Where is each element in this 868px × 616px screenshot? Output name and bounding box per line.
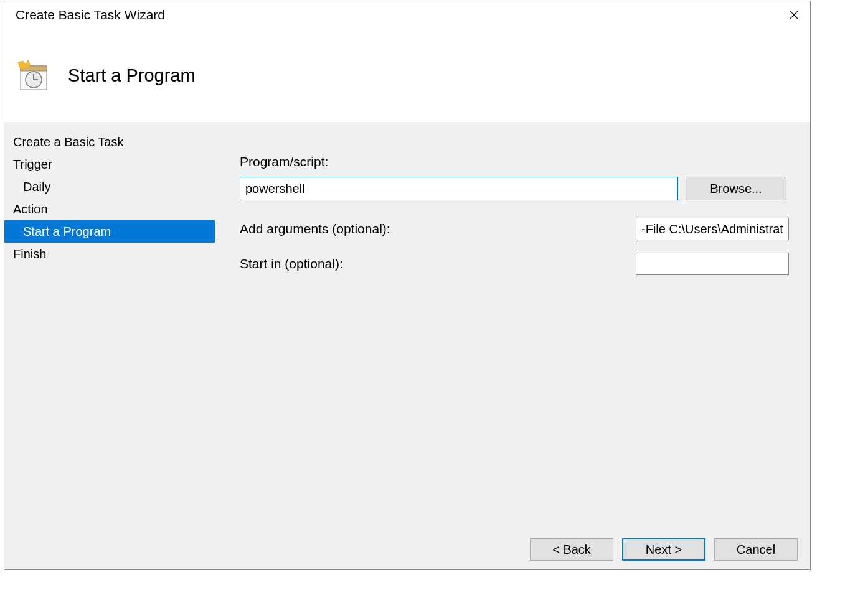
wizard-footer: < Back Next > Cancel xyxy=(4,530,810,569)
close-button[interactable] xyxy=(778,2,810,27)
program-script-label: Program/script: xyxy=(240,154,791,169)
browse-button[interactable]: Browse... xyxy=(686,177,786,200)
wizard-step-title: Start a Program xyxy=(68,65,196,86)
sidebar-item-create-basic-task[interactable]: Create a Basic Task xyxy=(4,131,215,153)
task-scheduler-icon xyxy=(14,57,50,93)
startin-row: Start in (optional): xyxy=(240,253,791,275)
arguments-input[interactable] xyxy=(636,218,789,240)
sidebar-item-finish[interactable]: Finish xyxy=(4,243,215,265)
sidebar-item-trigger[interactable]: Trigger xyxy=(4,153,215,175)
program-script-input[interactable] xyxy=(240,177,678,200)
sidebar-item-start-a-program[interactable]: Start a Program xyxy=(4,220,215,243)
next-button[interactable]: Next > xyxy=(622,538,705,561)
wizard-window: Create Basic Task Wizard Start a Program… xyxy=(4,1,811,570)
cancel-button[interactable]: Cancel xyxy=(714,538,798,561)
startin-label: Start in (optional): xyxy=(240,256,343,271)
startin-input[interactable] xyxy=(636,253,789,275)
arguments-label: Add arguments (optional): xyxy=(240,222,390,236)
sidebar-item-action[interactable]: Action xyxy=(4,198,215,220)
wizard-body: Create a Basic Task Trigger Daily Action… xyxy=(4,122,810,530)
sidebar-item-daily[interactable]: Daily xyxy=(4,175,215,198)
arguments-row: Add arguments (optional): xyxy=(240,218,791,240)
titlebar: Create Basic Task Wizard xyxy=(4,1,810,29)
close-icon xyxy=(790,11,798,19)
wizard-sidebar: Create a Basic Task Trigger Daily Action… xyxy=(4,122,215,530)
back-button[interactable]: < Back xyxy=(530,538,613,561)
wizard-header: Start a Program xyxy=(4,29,810,122)
window-title: Create Basic Task Wizard xyxy=(16,7,165,22)
program-row: Browse... xyxy=(240,177,791,200)
wizard-content: Program/script: Browse... Add arguments … xyxy=(215,122,810,530)
